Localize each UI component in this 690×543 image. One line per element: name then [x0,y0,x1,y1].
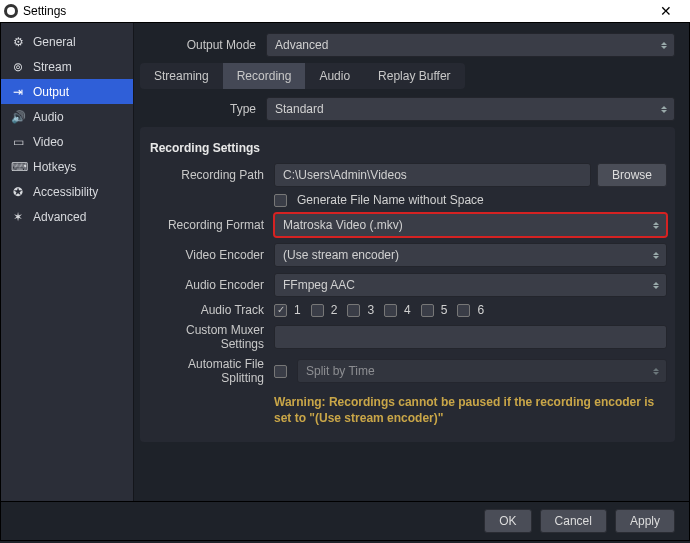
muxer-row: Custom Muxer Settings [148,323,667,351]
type-value: Standard [275,102,324,116]
type-row: Type Standard [140,97,675,121]
muxer-input[interactable] [274,325,667,349]
split-label: Automatic File Splitting [148,357,274,385]
chevron-updown-icon [658,37,670,53]
sidebar-item-label: Stream [33,60,72,74]
ok-button[interactable]: OK [484,509,531,533]
broadcast-icon: ⊚ [11,60,25,74]
browse-button[interactable]: Browse [597,163,667,187]
output-subtabs: Streaming Recording Audio Replay Buffer [140,63,465,89]
track-5-label: 5 [441,303,448,317]
recording-path-value: C:\Users\Admin\Videos [283,168,407,182]
chevron-updown-icon [650,277,662,293]
sidebar-item-label: Output [33,85,69,99]
sidebar-item-label: Hotkeys [33,160,76,174]
track-1-checkbox[interactable] [274,304,287,317]
sidebar-item-accessibility[interactable]: ✪ Accessibility [1,179,133,204]
audio-encoder-label: Audio Encoder [148,278,274,292]
warning-row: Warning: Recordings cannot be paused if … [148,391,667,426]
app-icon [4,4,18,18]
content: ⚙ General ⊚ Stream ⇥ Output 🔊 Audio ▭ Vi… [0,22,690,501]
gen-filename-row: Generate File Name without Space [148,193,667,207]
track-5: 5 [421,303,448,317]
recording-path-input[interactable]: C:\Users\Admin\Videos [274,163,591,187]
recording-format-dropdown[interactable]: Matroska Video (.mkv) [274,213,667,237]
sidebar-item-label: Accessibility [33,185,98,199]
main-panel: Output Mode Advanced Streaming Recording… [134,23,689,501]
muxer-label: Custom Muxer Settings [148,323,274,351]
sidebar-item-advanced[interactable]: ✶ Advanced [1,204,133,229]
video-encoder-row: Video Encoder (Use stream encoder) [148,243,667,267]
video-encoder-dropdown[interactable]: (Use stream encoder) [274,243,667,267]
section-title: Recording Settings [150,141,667,155]
warning-text: Warning: Recordings cannot be paused if … [274,395,667,426]
split-row: Automatic File Splitting Split by Time [148,357,667,385]
video-encoder-label: Video Encoder [148,248,274,262]
sidebar-item-hotkeys[interactable]: ⌨ Hotkeys [1,154,133,179]
recording-settings-panel: Recording Settings Recording Path C:\Use… [140,127,675,442]
tab-recording[interactable]: Recording [223,63,306,89]
titlebar: Settings ✕ [0,0,690,22]
sidebar-item-output[interactable]: ⇥ Output [1,79,133,104]
track-1-label: 1 [294,303,301,317]
tab-streaming[interactable]: Streaming [140,63,223,89]
sidebar-item-video[interactable]: ▭ Video [1,129,133,154]
chevron-updown-icon [650,217,662,233]
keyboard-icon: ⌨ [11,160,25,174]
sidebar-item-stream[interactable]: ⊚ Stream [1,54,133,79]
track-4-label: 4 [404,303,411,317]
type-dropdown[interactable]: Standard [266,97,675,121]
track-2: 2 [311,303,338,317]
output-mode-dropdown[interactable]: Advanced [266,33,675,57]
sidebar-item-audio[interactable]: 🔊 Audio [1,104,133,129]
split-mode-dropdown[interactable]: Split by Time [297,359,667,383]
close-icon[interactable]: ✕ [646,3,686,19]
audio-encoder-row: Audio Encoder FFmpeg AAC [148,273,667,297]
track-6-checkbox[interactable] [457,304,470,317]
audio-encoder-dropdown[interactable]: FFmpeg AAC [274,273,667,297]
recording-path-label: Recording Path [148,168,274,182]
track-4-checkbox[interactable] [384,304,397,317]
sidebar-item-label: Advanced [33,210,86,224]
track-3-checkbox[interactable] [347,304,360,317]
tab-replay-buffer[interactable]: Replay Buffer [364,63,465,89]
gear-icon: ⚙ [11,35,25,49]
output-icon: ⇥ [11,85,25,99]
chevron-updown-icon [650,247,662,263]
window-title: Settings [23,4,66,18]
chevron-updown-icon [650,363,662,379]
track-5-checkbox[interactable] [421,304,434,317]
audio-encoder-value: FFmpeg AAC [283,278,355,292]
audio-track-group: 1 2 3 4 5 6 [274,303,667,317]
split-checkbox[interactable] [274,365,287,378]
sidebar-item-label: General [33,35,76,49]
sidebar-item-general[interactable]: ⚙ General [1,29,133,54]
track-2-checkbox[interactable] [311,304,324,317]
sidebar: ⚙ General ⊚ Stream ⇥ Output 🔊 Audio ▭ Vi… [1,23,134,501]
recording-format-value: Matroska Video (.mkv) [283,218,403,232]
tools-icon: ✶ [11,210,25,224]
sidebar-item-label: Audio [33,110,64,124]
cancel-button[interactable]: Cancel [540,509,607,533]
apply-button[interactable]: Apply [615,509,675,533]
output-mode-value: Advanced [275,38,328,52]
recording-format-label: Recording Format [148,218,274,232]
monitor-icon: ▭ [11,135,25,149]
recording-path-row: Recording Path C:\Users\Admin\Videos Bro… [148,163,667,187]
track-6-label: 6 [477,303,484,317]
audio-track-row: Audio Track 1 2 3 4 5 6 [148,303,667,317]
track-4: 4 [384,303,411,317]
sidebar-item-label: Video [33,135,63,149]
track-3: 3 [347,303,374,317]
video-encoder-value: (Use stream encoder) [283,248,399,262]
tab-audio[interactable]: Audio [305,63,364,89]
accessibility-icon: ✪ [11,185,25,199]
chevron-updown-icon [658,101,670,117]
split-mode-value: Split by Time [306,364,375,378]
speaker-icon: 🔊 [11,110,25,124]
gen-filename-checkbox[interactable] [274,194,287,207]
audio-track-label: Audio Track [148,303,274,317]
track-6: 6 [457,303,484,317]
type-label: Type [140,102,266,116]
track-2-label: 2 [331,303,338,317]
